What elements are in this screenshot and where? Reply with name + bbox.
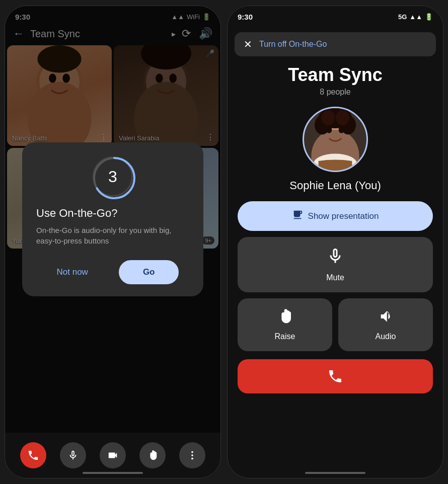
- presentation-icon: [292, 209, 303, 223]
- p2-meeting-title: Team Sync: [288, 64, 382, 86]
- p2-people-count: 8 people: [320, 88, 350, 97]
- camera-button[interactable]: [100, 442, 126, 468]
- status-bar-2: 9:30 5G ▲▲ 🔋: [228, 6, 443, 24]
- countdown-circle: 3: [93, 156, 133, 197]
- battery-icon-2: 🔋: [425, 13, 433, 21]
- status-time-2: 9:30: [238, 13, 253, 21]
- audio-icon: [378, 308, 394, 328]
- home-indicator-1: [83, 472, 143, 474]
- dialog-description: On-the-Go is audio-only for you with big…: [36, 225, 189, 246]
- svg-point-37: [321, 110, 335, 126]
- dialog-buttons: Not now Go: [36, 260, 189, 284]
- svg-point-26: [192, 451, 194, 453]
- 5g-icon: 5G: [398, 13, 407, 21]
- phone2-main: Team Sync 8 people: [228, 59, 443, 398]
- on-the-go-bar[interactable]: ✕ Turn off On-the-Go: [235, 32, 436, 56]
- countdown-number: 3: [108, 168, 117, 186]
- raise-hand-icon: [277, 308, 293, 328]
- phone-2: 9:30 5G ▲▲ 🔋 ✕ Turn off On-the-Go Team S…: [227, 6, 443, 478]
- on-the-go-label: Turn off On-the-Go: [259, 40, 327, 49]
- svg-point-28: [192, 458, 194, 460]
- user-avatar: [303, 107, 368, 172]
- raise-label: Raise: [275, 332, 295, 341]
- show-presentation-label: Show presentation: [308, 211, 379, 221]
- countdown-container: 3: [36, 156, 189, 197]
- bottom-two-buttons: Raise Audio: [238, 298, 433, 351]
- mute-label: Mute: [326, 273, 344, 282]
- bottom-controls: [5, 433, 220, 478]
- raise-hand-big-button[interactable]: Raise: [238, 298, 332, 351]
- audio-button[interactable]: Audio: [338, 298, 433, 351]
- on-the-go-overlay: 3 Use On-the-Go? On-the-Go is audio-only…: [5, 6, 220, 433]
- home-indicator-2: [305, 472, 365, 474]
- end-call-button[interactable]: [20, 442, 46, 468]
- not-now-button[interactable]: Not now: [47, 261, 98, 283]
- more-button[interactable]: [179, 442, 205, 468]
- notch: [328, 24, 343, 29]
- svg-point-38: [336, 110, 349, 126]
- signal-icon-2: ▲▲: [409, 13, 422, 21]
- audio-label: Audio: [376, 332, 396, 341]
- close-on-the-go[interactable]: ✕: [244, 38, 252, 50]
- svg-point-27: [192, 454, 194, 456]
- mute-button[interactable]: [60, 442, 86, 468]
- end-call-big-button[interactable]: [238, 359, 433, 393]
- raise-hand-button[interactable]: [139, 442, 166, 468]
- p2-user-name: Sophie Lena (You): [289, 179, 381, 192]
- mute-big-button[interactable]: Mute: [238, 237, 433, 292]
- status-icons-2: 5G ▲▲ 🔋: [398, 13, 433, 21]
- phone-1: 9:30 ▲▲ WiFi 🔋 ← Team Sync ▸ ⟳ 🔊: [5, 6, 221, 478]
- mute-mic-icon: [326, 247, 344, 269]
- show-presentation-button[interactable]: Show presentation: [238, 201, 433, 231]
- dialog-title: Use On-the-Go?: [36, 207, 189, 220]
- go-button[interactable]: Go: [119, 260, 179, 284]
- on-the-go-dialog: 3 Use On-the-Go? On-the-Go is audio-only…: [22, 142, 203, 296]
